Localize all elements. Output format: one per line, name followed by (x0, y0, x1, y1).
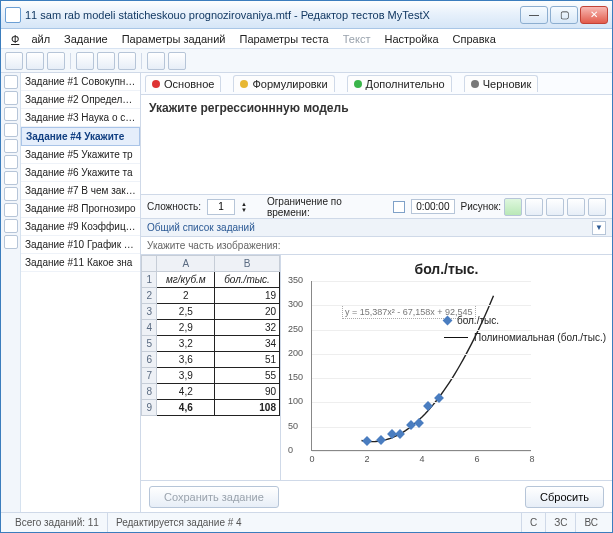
tool-open-icon[interactable] (26, 52, 44, 70)
app-icon (5, 7, 21, 23)
tool-redo-icon[interactable] (168, 52, 186, 70)
type-icon[interactable] (4, 219, 18, 233)
task-row[interactable]: Задание #5 Укажите тр (21, 146, 140, 164)
minimize-button[interactable]: — (520, 6, 548, 24)
editor-tabs: Основное Формулировки Дополнительно Черн… (141, 73, 612, 95)
pic-delete-icon[interactable] (588, 198, 606, 216)
pic-open-icon[interactable] (504, 198, 522, 216)
pic-camera-icon[interactable] (525, 198, 543, 216)
type-icon[interactable] (4, 91, 18, 105)
type-icon[interactable] (4, 203, 18, 217)
tab-phrasing[interactable]: Формулировки (233, 75, 334, 92)
menu-task[interactable]: Задание (58, 31, 114, 47)
difficulty-input[interactable] (207, 199, 235, 215)
task-row[interactable]: Задание #6 Укажите та (21, 164, 140, 182)
legend-line-icon (444, 337, 468, 338)
task-row[interactable]: Задание #3 Наука о сбор (21, 109, 140, 127)
chart-legend: бол./тыс. Полиномиальная (бол./тыс.) (444, 315, 606, 349)
menu-help[interactable]: Справка (447, 31, 502, 47)
task-row[interactable]: Задание #10 График рег (21, 236, 140, 254)
picture-label: Рисунок: (461, 201, 502, 212)
status-zc: ЗС (546, 513, 576, 532)
status-total: Всего заданий: 11 (7, 513, 108, 532)
chart: бол./тыс. y = 15,387x² - 67,158x + 92,54… (281, 255, 612, 480)
tool-paste-icon[interactable] (118, 52, 136, 70)
tab-main[interactable]: Основное (145, 75, 221, 92)
maximize-button[interactable]: ▢ (550, 6, 578, 24)
window-title: 11 sam rab modeli staticheskouo prognozi… (25, 9, 520, 21)
type-icon[interactable] (4, 187, 18, 201)
type-icon[interactable] (4, 123, 18, 137)
reset-button[interactable]: Сбросить (525, 486, 604, 508)
statusbar: Всего заданий: 11 Редактируется задание … (1, 512, 612, 532)
menu-file[interactable]: ФФайлайл (5, 31, 56, 47)
menubar: ФФайлайл Задание Параметры заданий Парам… (1, 29, 612, 49)
section-header[interactable]: Общий список заданий ▼ (141, 219, 612, 237)
button-row: Сохранить задание Сбросить (141, 480, 612, 512)
difficulty-label: Сложность: (147, 201, 201, 212)
type-icon[interactable] (4, 107, 18, 121)
type-icon[interactable] (4, 171, 18, 185)
pic-copy-icon[interactable] (546, 198, 564, 216)
menu-text: Текст (337, 31, 377, 47)
type-icon[interactable] (4, 139, 18, 153)
toolbar (1, 49, 612, 73)
close-button[interactable]: ✕ (580, 6, 608, 24)
task-row[interactable]: Задание #1 Совокупность (21, 73, 140, 91)
timelimit-checkbox[interactable] (393, 201, 405, 213)
task-list[interactable]: Задание #1 СовокупностьЗадание #2 Опреде… (21, 73, 141, 512)
timelimit-label: Ограничение по времени: (267, 196, 387, 218)
type-icon[interactable] (4, 235, 18, 249)
time-value[interactable]: 0:00:00 (411, 199, 454, 214)
task-row[interactable]: Задание #8 Прогнозиро (21, 200, 140, 218)
question-editor[interactable]: Укажите регрессионнную модель (141, 95, 612, 195)
tool-copy-icon[interactable] (97, 52, 115, 70)
tool-save-icon[interactable] (47, 52, 65, 70)
param-row: Сложность: ▲ ▼ Ограничение по времени: 0… (141, 195, 612, 219)
menu-settings[interactable]: Настройка (378, 31, 444, 47)
type-icon[interactable] (4, 75, 18, 89)
task-row[interactable]: Задание #9 Коэффицие (21, 218, 140, 236)
legend-marker-icon (443, 316, 453, 326)
task-row[interactable]: Задание #4 Укажите (21, 127, 140, 146)
spin-down-icon[interactable]: ▼ (241, 207, 247, 213)
tool-undo-icon[interactable] (147, 52, 165, 70)
pic-paste-icon[interactable] (567, 198, 585, 216)
titlebar: 11 sam rab modeli staticheskouo prognozi… (1, 1, 612, 29)
task-row[interactable]: Задание #7 В чем заклю (21, 182, 140, 200)
task-row[interactable]: Задание #2 Определите (21, 91, 140, 109)
tool-new-icon[interactable] (5, 52, 23, 70)
tab-draft[interactable]: Черновик (464, 75, 539, 92)
dropdown-icon[interactable]: ▼ (592, 221, 606, 235)
status-bc: ВС (576, 513, 606, 532)
spreadsheet[interactable]: AB1мг/куб.мбол./тыс.221932,52042,93253,2… (141, 255, 281, 480)
image-region-label: Укажите часть изображения: (141, 237, 612, 255)
tool-cut-icon[interactable] (76, 52, 94, 70)
save-button[interactable]: Сохранить задание (149, 486, 279, 508)
status-c: С (522, 513, 546, 532)
tab-extra[interactable]: Дополнительно (347, 75, 452, 92)
type-toolbar (1, 73, 21, 512)
status-editing: Редактируется задание # 4 (108, 513, 522, 532)
menu-taskparams[interactable]: Параметры заданий (116, 31, 232, 47)
type-icon[interactable] (4, 155, 18, 169)
menu-testparams[interactable]: Параметры теста (233, 31, 334, 47)
chart-title: бол./тыс. (285, 261, 608, 277)
task-row[interactable]: Задание #11 Какое зна (21, 254, 140, 272)
